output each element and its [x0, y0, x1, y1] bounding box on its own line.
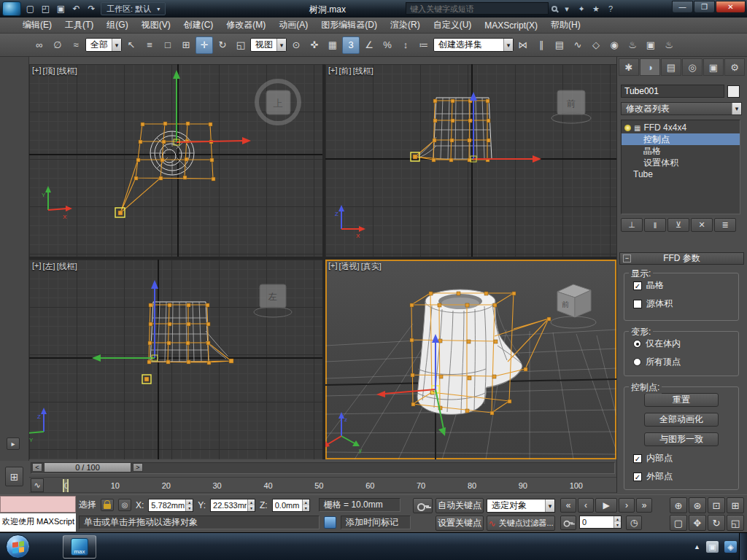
selection-filter-dropdown[interactable]: 全部 ▾	[85, 38, 122, 52]
viewport-front[interactable]: 前 ZX [+] [前] [线框]	[325, 64, 616, 257]
viewport-menu-shading[interactable]: [线框]	[57, 261, 77, 272]
spinner-down-icon[interactable]: ▾	[185, 505, 193, 511]
chevron-down-icon[interactable]: ▾	[503, 39, 513, 51]
select-by-name-icon[interactable]: ≡	[141, 36, 158, 54]
select-object-icon[interactable]: ↖	[123, 36, 140, 54]
view-cube[interactable]: 前	[551, 90, 591, 123]
open-file-icon[interactable]: ◰	[39, 2, 53, 15]
use-pivot-center-icon[interactable]: ⊙	[287, 36, 305, 54]
conform-to-shape-button[interactable]: 与图形一致	[644, 432, 719, 446]
select-and-rotate-icon[interactable]: ↻	[214, 36, 231, 54]
tab-display[interactable]: ▣	[703, 58, 724, 76]
viewport-menu-view[interactable]: [前]	[339, 66, 352, 77]
set-key-button[interactable]: 设置关键点	[436, 516, 484, 531]
inside-points-checkbox[interactable]: ✓	[633, 454, 642, 463]
zoom-icon[interactable]: ⊕	[670, 497, 687, 513]
tab-motion[interactable]: ◎	[682, 58, 703, 76]
viewport-left[interactable]: 左 ZY [+] [左] [线框]	[29, 260, 322, 459]
viewport-menu-plus[interactable]: [+]	[32, 261, 42, 272]
select-and-scale-icon[interactable]: ◱	[232, 36, 249, 54]
tab-hierarchy[interactable]: ▤	[661, 58, 681, 76]
chevron-down-icon[interactable]: ▾	[276, 39, 286, 51]
all-vertices-radio[interactable]	[633, 358, 641, 366]
isolate-selection-icon[interactable]	[324, 516, 336, 529]
menu-item[interactable]: 图形编辑器(D)	[314, 17, 384, 34]
maximize-viewport-toggle-icon[interactable]: ◱	[727, 515, 744, 531]
stack-row-ffd[interactable]: ▦ FFD 4x4x4	[622, 122, 740, 133]
3dsmax-logo-button[interactable]	[2, 1, 21, 16]
render-setup-icon[interactable]: ♨	[624, 36, 641, 54]
select-and-manipulate-icon[interactable]: ✜	[306, 36, 323, 54]
schematic-view-icon[interactable]: ◇	[587, 36, 605, 54]
time-configuration-button[interactable]: ◷	[626, 516, 642, 530]
tab-modify[interactable]: ◑	[640, 58, 660, 76]
expand-dock-arrow-button[interactable]: ▸	[7, 438, 20, 450]
stack-row-lattice[interactable]: ▦ 晶格	[622, 145, 740, 157]
search-icon[interactable]	[551, 6, 557, 12]
viewport-menu-shading[interactable]: [线框]	[57, 66, 77, 77]
stack-row-set-volume[interactable]: ▦ 设置体积	[622, 157, 740, 168]
select-and-link-icon[interactable]: ∞	[31, 36, 48, 54]
spinner-down-icon[interactable]: ▾	[302, 505, 309, 511]
make-unique-button[interactable]: ⊻	[667, 218, 689, 232]
configure-modifier-sets-button[interactable]: ≣	[714, 218, 736, 232]
search-input[interactable]	[406, 2, 549, 15]
align-icon[interactable]: ∥	[533, 36, 550, 54]
edit-named-selection-sets-icon[interactable]: ≔	[415, 36, 433, 54]
viewport-top[interactable]: 上 YX [+] [顶] [线框]	[29, 64, 322, 257]
minimize-button[interactable]: —	[672, 1, 693, 13]
modifier-list-dropdown[interactable]: 修改器列表 ▾	[621, 102, 742, 115]
new-file-icon[interactable]: ▢	[23, 2, 37, 15]
rendered-frame-window-icon[interactable]: ▣	[642, 36, 659, 54]
spinner-snap-icon[interactable]: ↕	[397, 36, 414, 54]
search-dropdown-icon[interactable]: ▾	[560, 2, 573, 15]
viewport-menu-plus[interactable]: [+]	[32, 66, 42, 77]
tray-icon-1[interactable]: ▣	[706, 541, 719, 553]
menu-item[interactable]: 视图(V)	[135, 17, 177, 34]
orbit-icon[interactable]: ↻	[708, 515, 725, 531]
maxscript-listener-field[interactable]: 欢迎使用 MAXScript	[0, 513, 76, 532]
material-editor-icon[interactable]: ◉	[605, 36, 623, 54]
menu-item[interactable]: 渲染(R)	[384, 17, 427, 34]
save-file-icon[interactable]: ▣	[54, 2, 68, 15]
tray-expand-arrow[interactable]: ▲	[694, 543, 700, 551]
start-button[interactable]	[6, 534, 30, 559]
unlink-selection-icon[interactable]: ∅	[49, 36, 66, 54]
menu-item[interactable]: 帮助(H)	[544, 17, 587, 34]
viewport-menu-plus[interactable]: [+]	[328, 261, 338, 272]
object-name-field[interactable]	[621, 85, 724, 98]
source-volume-checkbox[interactable]	[633, 300, 642, 308]
animate-all-button[interactable]: 全部动画化	[644, 413, 719, 427]
mirror-icon[interactable]: ⋈	[514, 36, 532, 54]
track-bar[interactable]: ∿ 0102030405060708090100	[29, 477, 616, 493]
communication-center-icon[interactable]: ✦	[575, 2, 588, 15]
next-frame-arrow[interactable]: >	[133, 463, 143, 472]
zoom-all-icon[interactable]: ⊛	[689, 497, 706, 513]
current-frame-marker[interactable]	[63, 479, 69, 492]
keyboard-shortcut-override-icon[interactable]: ▦	[324, 36, 341, 54]
view-cube[interactable]: 前	[551, 284, 596, 328]
render-production-icon[interactable]: ♨	[660, 36, 678, 54]
next-frame-button[interactable]: ›	[619, 498, 635, 513]
viewport-menu-view[interactable]: [左]	[43, 261, 55, 272]
workspace-dropdown[interactable]: 工作区: 默认 ▾	[101, 2, 166, 15]
key-mode-toggle[interactable]	[560, 516, 576, 530]
select-and-move-icon[interactable]: ✛	[196, 36, 213, 54]
add-time-tag[interactable]: 添加时间标记	[341, 516, 411, 529]
menu-item[interactable]: MAXScript(X)	[478, 18, 544, 33]
viewport-menu-shading[interactable]: [线框]	[353, 66, 374, 77]
spinner-up-icon[interactable]: ▴	[614, 516, 621, 522]
outside-points-checkbox[interactable]: ✓	[633, 472, 642, 481]
menu-item[interactable]: 组(G)	[100, 17, 134, 34]
set-keys-button[interactable]	[413, 498, 433, 513]
menu-item[interactable]: 动画(A)	[272, 17, 314, 34]
tab-create[interactable]: ✱	[619, 58, 639, 76]
object-color-swatch[interactable]	[727, 85, 740, 98]
selection-set-dropdown[interactable]: 选定对象 ▾	[487, 499, 555, 513]
view-cube[interactable]: 左	[254, 284, 292, 317]
go-to-end-button[interactable]: »	[636, 498, 652, 513]
undo-icon[interactable]: ↶	[69, 2, 83, 15]
layer-manager-icon[interactable]: ▤	[551, 36, 568, 54]
maximize-button[interactable]: ❐	[694, 1, 715, 13]
redo-icon[interactable]: ↷	[85, 2, 98, 15]
